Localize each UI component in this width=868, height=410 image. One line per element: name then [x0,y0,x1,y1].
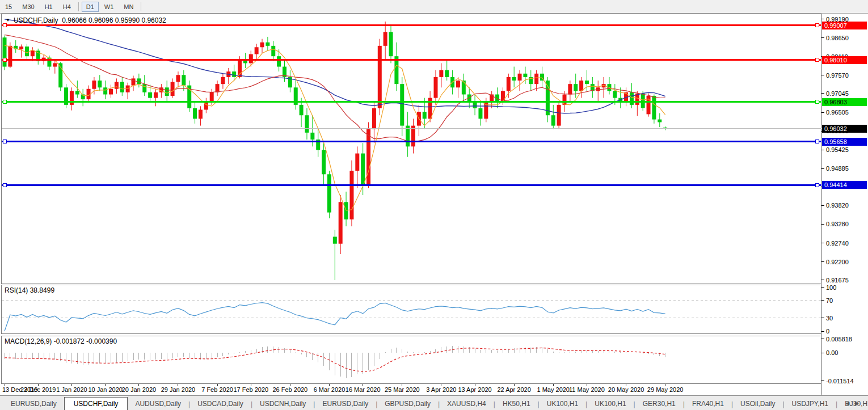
date-axis-label: 1 May 2020 [537,386,570,393]
chart-title: ▼USDCHF,Daily 0.96066 0.96096 0.95990 0.… [6,16,166,24]
rsi-axis-label: 0 [826,328,829,335]
support-line-1-handle[interactable] [3,140,6,143]
tab-scroll-arrows: ◀▶ [845,400,865,406]
support-line-2-price-badge: 0.94414 [822,181,867,189]
pivot-line-price-badge: 0.96803 [822,98,867,106]
chart-canvas[interactable] [0,0,868,410]
resistance-line-1-handle[interactable] [815,24,819,27]
rsi-axis-label: 70 [826,297,833,305]
price-axis-label: 0.98650 [826,35,849,42]
date-axis-label: 29 May 2020 [647,386,684,393]
support-line-2-handle[interactable] [815,183,819,187]
rsi-label: RSI(14) 38.8499 [5,286,54,294]
date-axis-label: 11 May 2020 [569,386,605,393]
current-price-badge: 0.96032 [822,125,867,133]
symbol-tab-usdcad-daily[interactable]: USDCAD,Daily [190,398,251,410]
date-axis-label: 23 Dec 2019 [20,386,56,393]
price-axis-label: 0.92740 [826,240,849,247]
macd-panel-frame[interactable] [2,336,821,384]
symbol-tab-audusd-daily[interactable]: AUDUSD,Daily [128,398,188,410]
symbol-tab-hk50-h1[interactable]: HK50,H1 [495,398,538,410]
chart-ohlc-values: 0.96066 0.96096 0.95990 0.96032 [62,16,166,24]
price-axis-label: 0.95425 [826,146,849,154]
date-axis-label: 17 Feb 2020 [233,386,268,393]
price-axis-label: 0.94885 [826,165,849,172]
pivot-line-handle[interactable] [815,100,819,104]
price-axis-label: 0.91675 [826,277,849,284]
rsi-axis-label: 30 [826,315,833,322]
symbol-tab-ger30-h1[interactable]: GER30,H1 [635,398,683,410]
price-axis-label: 0.96505 [826,109,849,116]
macd-axis-label: 0.00 [826,349,838,357]
support-line-1-price-badge: 0.95658 [822,138,867,146]
price-axis-label: 0.93280 [826,221,849,228]
price-axis-label: 0.97570 [826,72,849,79]
symbol-tab-usoil-daily[interactable]: USOil,Daily [733,398,782,410]
date-axis-label: 25 Mar 2020 [385,386,420,393]
resistance-line-2-price-badge: 0.98010 [822,56,867,64]
pivot-line-handle[interactable] [3,100,6,104]
support-line-1-handle[interactable] [815,140,819,143]
tab-scroll-right-icon[interactable]: ▶ [855,400,865,406]
symbol-tab-eurusd-daily[interactable]: EURUSD,Daily [3,398,64,410]
date-axis-label: 20 Jan 2020 [122,386,157,393]
date-axis-label: 6 Mar 2020 [314,386,345,393]
terminal-window: 15M30H1H4D1W1MN ▼USDCHF,Daily 0.96066 0.… [0,0,868,410]
symbol-tab-uk100-h1[interactable]: UK100,H1 [587,398,633,410]
symbol-dropdown-icon[interactable]: ▼ [6,18,10,23]
main-panel-frame[interactable] [2,14,821,284]
support-line-2-handle[interactable] [3,183,6,187]
symbol-tab-xauusd-h4[interactable]: XAUUSD,H4 [440,398,494,410]
price-axis-label: 0.97045 [826,90,849,98]
symbol-tab-usdcnh-daily[interactable]: USDCNH,Daily [252,398,313,410]
date-axis-label: 1 Jan 2020 [56,386,87,393]
date-axis-label: 7 Feb 2020 [201,386,233,393]
resistance-line-1-price-badge: 0.99007 [822,22,867,29]
symbol-tab-usdchf-daily[interactable]: USDCHF,Daily [64,397,128,410]
date-axis-label: 20 May 2020 [608,386,644,393]
date-axis-label: 10 Jan 2020 [88,386,123,393]
price-axis-label: 0.92200 [826,259,849,266]
macd-axis-label: -0.011514 [826,378,854,385]
chart-symbol-label: USDCHF,Daily [14,16,58,24]
date-axis-label: 13 Apr 2020 [458,386,491,393]
symbol-tab-usdjpy-h1[interactable]: USDJPY,H1 [785,398,836,410]
symbol-tab-eurusd-daily[interactable]: EURUSD,Daily [315,398,376,410]
date-axis-label: 26 Feb 2020 [272,386,307,393]
date-axis-label: 3 Apr 2020 [426,386,456,393]
rsi-panel-frame[interactable] [2,285,821,334]
macd-axis-label: 0.005818 [826,336,852,343]
symbol-tab-uk100-h1[interactable]: UK100,H1 [540,398,585,410]
date-axis-label: 29 Jan 2020 [161,386,196,393]
rsi-axis-label: 100 [826,284,836,291]
symbol-tab-fra40-h1[interactable]: FRA40,H1 [685,398,731,410]
resistance-line-2-handle[interactable] [815,58,819,62]
date-axis-label: 16 Mar 2020 [345,386,381,393]
macd-label: MACD(12,26,9) -0.001872 -0.000390 [5,337,117,345]
resistance-line-2-handle[interactable] [3,58,6,62]
price-axis-label: 0.93820 [826,202,849,209]
date-axis-label: 22 Apr 2020 [497,386,530,393]
symbol-tab-gbpusd-daily[interactable]: GBPUSD,Daily [377,398,438,410]
symbol-tabbar: EURUSD,DailyUSDCHF,DailyAUDUSD,Daily|USD… [0,395,868,410]
tab-scroll-left-icon[interactable]: ◀ [845,400,855,406]
